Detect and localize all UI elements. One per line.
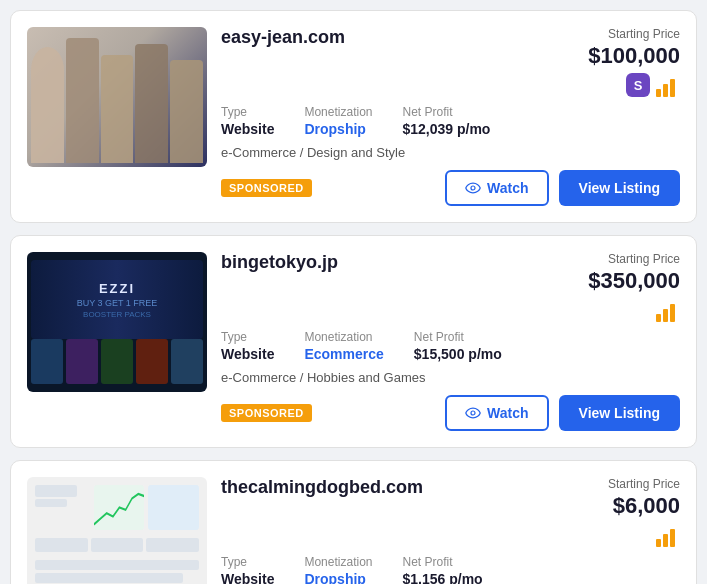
price-icons-1	[588, 298, 680, 322]
svg-point-0	[471, 186, 475, 190]
listing-header-dogbed: thecalmingdogbed.com Starting Price $6,0…	[221, 477, 680, 547]
type-value-2: Website	[221, 571, 274, 584]
tokyo-banner: EZZI BUY 3 GET 1 FREE BOOSTER PACKS	[31, 260, 203, 339]
profit-label-0: Net Profit	[402, 105, 490, 119]
listing-title-bingetokyo: bingetokyo.jp	[221, 252, 338, 273]
listing-thumbnail-bingetokyo: EZZI BUY 3 GET 1 FREE BOOSTER PACKS	[27, 252, 207, 392]
monetization-value-2: Dropship	[304, 571, 372, 584]
listing-footer-0: SPONSORED Watch View Listing	[221, 170, 680, 206]
chart-icon-0	[656, 73, 680, 97]
meta-type-0: Type Website	[221, 105, 274, 137]
listing-footer-1: SPONSORED Watch View Listing	[221, 395, 680, 431]
view-listing-button-0[interactable]: View Listing	[559, 170, 680, 206]
listing-title-easy-jean: easy-jean.com	[221, 27, 345, 48]
meta-profit-2: Net Profit $1,156 p/mo	[402, 555, 482, 584]
meta-monetization-2: Monetization Dropship	[304, 555, 372, 584]
monetization-label-2: Monetization	[304, 555, 372, 569]
listing-header-easy-jean: easy-jean.com Starting Price $100,000 S	[221, 27, 680, 97]
chart-icon-2	[656, 523, 680, 547]
price-icons-2	[608, 523, 680, 547]
listing-card-thecalmingdogbed: thecalmingdogbed.com Starting Price $6,0…	[10, 460, 697, 584]
svg-point-1	[471, 411, 475, 415]
type-label-0: Type	[221, 105, 274, 119]
monetization-value-1: Ecommerce	[304, 346, 383, 362]
listing-actions-0: Watch View Listing	[445, 170, 680, 206]
profit-value-0: $12,039 p/mo	[402, 121, 490, 137]
price-icons-0: S	[588, 73, 680, 97]
watch-button-1[interactable]: Watch	[445, 395, 548, 431]
profit-label-2: Net Profit	[402, 555, 482, 569]
view-label-1: View Listing	[579, 405, 660, 421]
sponsored-badge-0: SPONSORED	[221, 179, 312, 197]
listing-meta-bingetokyo: Type Website Monetization Ecommerce Net …	[221, 330, 680, 362]
starting-price-label-0: Starting Price	[588, 27, 680, 41]
profit-value-2: $1,156 p/mo	[402, 571, 482, 584]
profit-value-1: $15,500 p/mo	[414, 346, 502, 362]
listing-header-bingetokyo: bingetokyo.jp Starting Price $350,000	[221, 252, 680, 322]
listing-category-0: e-Commerce / Design and Style	[221, 145, 680, 160]
watch-label-0: Watch	[487, 180, 528, 196]
monetization-label-1: Monetization	[304, 330, 383, 344]
listing-actions-1: Watch View Listing	[445, 395, 680, 431]
listing-body-bingetokyo: bingetokyo.jp Starting Price $350,000 Ty…	[221, 252, 680, 431]
monetization-label-0: Monetization	[304, 105, 372, 119]
watch-label-1: Watch	[487, 405, 528, 421]
starting-price-value-2: $6,000	[608, 493, 680, 519]
listing-category-1: e-Commerce / Hobbies and Games	[221, 370, 680, 385]
monetization-value-0: Dropship	[304, 121, 372, 137]
listing-thumbnail-easy-jean	[27, 27, 207, 167]
type-value-1: Website	[221, 346, 274, 362]
listing-price-block-easy-jean: Starting Price $100,000 S	[588, 27, 680, 97]
view-listing-button-1[interactable]: View Listing	[559, 395, 680, 431]
type-value-0: Website	[221, 121, 274, 137]
meta-profit-0: Net Profit $12,039 p/mo	[402, 105, 490, 137]
listing-meta-dogbed: Type Website Monetization Dropship Net P…	[221, 555, 680, 584]
chart-icon-1	[656, 298, 680, 322]
listing-card-easy-jean: easy-jean.com Starting Price $100,000 S …	[10, 10, 697, 223]
meta-type-2: Type Website	[221, 555, 274, 584]
dogbed-chart	[27, 477, 207, 584]
listing-price-block-2: Starting Price $6,000	[608, 477, 680, 547]
meta-monetization-1: Monetization Ecommerce	[304, 330, 383, 362]
type-label-1: Type	[221, 330, 274, 344]
listing-body-easy-jean: easy-jean.com Starting Price $100,000 S …	[221, 27, 680, 206]
shopify-icon: S	[626, 73, 650, 97]
meta-profit-1: Net Profit $15,500 p/mo	[414, 330, 502, 362]
view-label-0: View Listing	[579, 180, 660, 196]
listing-body-dogbed: thecalmingdogbed.com Starting Price $6,0…	[221, 477, 680, 584]
meta-monetization-0: Monetization Dropship	[304, 105, 372, 137]
starting-price-label-1: Starting Price	[588, 252, 680, 266]
tokyo-thumbnails	[31, 339, 203, 384]
listing-title-dogbed: thecalmingdogbed.com	[221, 477, 423, 498]
profit-label-1: Net Profit	[414, 330, 502, 344]
watch-button-0[interactable]: Watch	[445, 170, 548, 206]
listing-card-bingetokyo: EZZI BUY 3 GET 1 FREE BOOSTER PACKS bing…	[10, 235, 697, 448]
starting-price-value-0: $100,000	[588, 43, 680, 69]
type-label-2: Type	[221, 555, 274, 569]
eye-icon-1	[465, 408, 481, 419]
listing-thumbnail-dogbed	[27, 477, 207, 584]
meta-type-1: Type Website	[221, 330, 274, 362]
listing-price-block-1: Starting Price $350,000	[588, 252, 680, 322]
listing-meta-easy-jean: Type Website Monetization Dropship Net P…	[221, 105, 680, 137]
sponsored-badge-1: SPONSORED	[221, 404, 312, 422]
starting-price-label-2: Starting Price	[608, 477, 680, 491]
eye-icon-0	[465, 183, 481, 194]
starting-price-value-1: $350,000	[588, 268, 680, 294]
